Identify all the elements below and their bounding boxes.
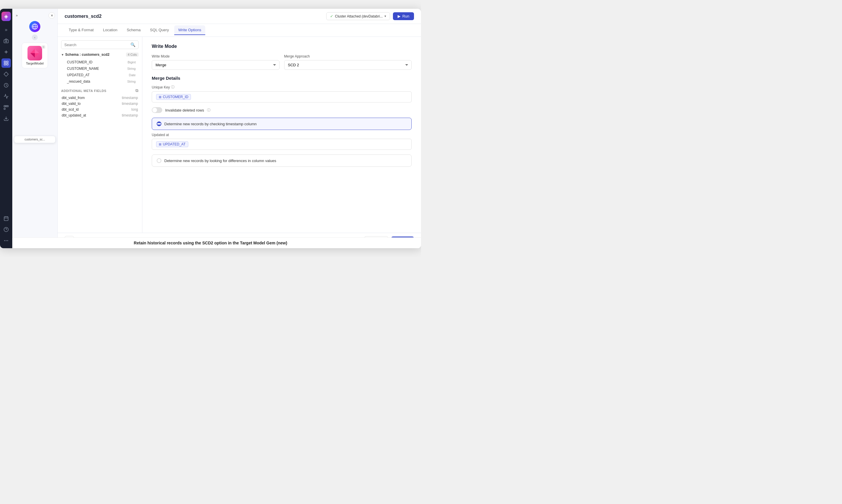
- radio-dot-timestamp: [157, 122, 161, 126]
- write-mode-heading: Write Mode: [152, 44, 412, 49]
- field-name-customer-name: CUSTOMER_NAME: [67, 67, 99, 71]
- meta-copy-icon[interactable]: ⧉: [135, 88, 139, 93]
- meta-field-dbt-valid-to: dbt_valid_to: [62, 102, 81, 106]
- tab-sql-query[interactable]: SQL Query: [146, 25, 173, 35]
- svg-rect-12: [7, 105, 8, 107]
- app-logo[interactable]: ◈: [1, 12, 11, 21]
- invalidate-info-icon[interactable]: ⓘ: [207, 108, 210, 113]
- run-button[interactable]: ▶ Run: [393, 12, 414, 20]
- sidebar-history-icon[interactable]: [1, 80, 11, 90]
- field-row: CUSTOMER_ID Bigint: [61, 59, 139, 66]
- merge-details-heading: Merge Details: [152, 76, 412, 80]
- updated-at-value: UPDATED_AT: [163, 142, 186, 146]
- cluster-button[interactable]: ✓ Cluster Attached (devDatabri... ▾: [326, 12, 390, 20]
- field-type-rescued-data: String: [127, 80, 136, 83]
- svg-marker-28: [30, 53, 35, 57]
- sidebar-help-icon[interactable]: [1, 225, 11, 234]
- field-type-customer-id: Bigint: [127, 60, 136, 64]
- svg-rect-0: [4, 40, 8, 43]
- tab-schema[interactable]: Schema: [122, 25, 145, 35]
- sidebar-download-icon[interactable]: [1, 114, 11, 123]
- search-box[interactable]: 🔍: [61, 40, 139, 49]
- merge-approach-group: Merge Approach SCD 2: [284, 54, 412, 70]
- body-split: 🔍 ▼ Schema : customers_scd2 4 Cols CUSTO…: [57, 37, 421, 233]
- field-type-updated-at: Date: [129, 73, 136, 77]
- gem-icon: [28, 46, 42, 60]
- schema-fields-list: CUSTOMER_ID Bigint CUSTOMER_NAME String …: [61, 59, 139, 85]
- cluster-check-icon: ✓: [330, 14, 333, 18]
- invalidate-toggle[interactable]: [152, 107, 162, 113]
- svg-rect-10: [4, 105, 5, 107]
- sidebar-calendar-icon[interactable]: [1, 214, 11, 223]
- unique-key-chip: ⊞ CUSTOMER_ID: [156, 94, 191, 100]
- logo-symbol: ◈: [4, 13, 8, 20]
- radio-label-timestamp: Determine new records by checking timest…: [164, 122, 257, 126]
- gem-label: TargetModel: [26, 61, 44, 65]
- sidebar-camera-icon[interactable]: [1, 36, 11, 46]
- search-input[interactable]: [64, 43, 131, 47]
- page-title: customers_scd2: [65, 14, 101, 19]
- options-panel: Write Mode Write Mode Merge Merge Approa…: [142, 37, 421, 233]
- sidebar-diamond-icon[interactable]: [1, 70, 11, 79]
- svg-rect-15: [4, 217, 8, 221]
- sidebar-add-icon[interactable]: [1, 47, 11, 57]
- unique-key-label: Unique Key ⓘ: [152, 85, 412, 90]
- radio-label-column-diff: Determine new records by looking for dif…: [164, 159, 276, 163]
- unique-key-field-box[interactable]: ⊞ CUSTOMER_ID: [152, 91, 412, 103]
- svg-point-21: [4, 240, 5, 241]
- write-mode-select[interactable]: Merge: [152, 60, 279, 70]
- svg-rect-13: [4, 108, 5, 109]
- radio-option-timestamp[interactable]: Determine new records by checking timest…: [152, 118, 412, 130]
- radio-option-column-diff[interactable]: Determine new records by looking for dif…: [152, 155, 412, 167]
- write-mode-label: Write Mode: [152, 54, 279, 58]
- nav-left-arrow[interactable]: ‹: [32, 34, 38, 40]
- svg-marker-8: [4, 72, 8, 76]
- gem-tooltip: customers_sc...: [14, 136, 55, 143]
- close-button[interactable]: ✕: [49, 12, 55, 19]
- tab-type-format[interactable]: Type & Format: [65, 25, 98, 35]
- field-row: UPDATED_AT Date: [61, 72, 139, 78]
- tab-write-options[interactable]: Write Options: [174, 25, 206, 35]
- collapse-button[interactable]: »: [15, 13, 19, 18]
- updated-at-label: Updated at: [152, 133, 412, 137]
- sidebar-pulse-icon[interactable]: [1, 92, 11, 101]
- sidebar-more-icon[interactable]: [1, 236, 11, 245]
- meta-field-dbt-scd-id: dbt_scd_id: [62, 107, 79, 111]
- cluster-chevron-icon: ▾: [384, 14, 386, 18]
- svg-point-23: [7, 240, 8, 241]
- meta-field-dbt-updated-at: dbt_updated_at: [62, 113, 86, 118]
- write-mode-group: Write Mode Merge: [152, 54, 279, 70]
- content-area: customers_scd2 ✓ Cluster Attached (devDa…: [57, 9, 421, 248]
- svg-marker-27: [35, 49, 39, 53]
- field-name-customer-id: CUSTOMER_ID: [67, 60, 92, 64]
- merge-approach-select[interactable]: SCD 2: [284, 60, 412, 70]
- write-mode-form-row: Write Mode Merge Merge Approach SCD 2: [152, 54, 412, 70]
- sidebar-expand-icon[interactable]: »: [1, 25, 11, 34]
- gem-card[interactable]: 0 TargetModel: [22, 43, 48, 68]
- top-bar: customers_scd2 ✓ Cluster Attached (devDa…: [57, 9, 421, 24]
- run-arrow-icon: ▶: [398, 14, 400, 18]
- meta-row: dbt_scd_id long: [61, 107, 139, 112]
- svg-rect-5: [7, 61, 8, 62]
- sidebar-grid-icon[interactable]: [1, 58, 11, 68]
- schema-name-label: ▼ Schema : customers_scd2: [61, 53, 109, 57]
- meta-row: dbt_updated_at timestamp: [61, 112, 139, 118]
- triangle-expand-icon: ▼: [61, 53, 64, 56]
- svg-rect-4: [4, 61, 5, 62]
- meta-field-dbt-valid-from: dbt_valid_from: [62, 96, 85, 100]
- meta-fields-list: dbt_valid_from timestamp dbt_valid_to ti…: [61, 95, 139, 118]
- tab-location[interactable]: Location: [99, 25, 121, 35]
- meta-row: dbt_valid_to timestamp: [61, 101, 139, 107]
- additional-meta-heading: ADDITIONAL META FIELDS ⧉: [61, 88, 139, 93]
- meta-type-dbt-scd-id: long: [131, 107, 138, 111]
- meta-type-dbt-valid-from: timestamp: [122, 96, 138, 100]
- unique-key-info-icon[interactable]: ⓘ: [171, 85, 174, 90]
- schema-count-badge: 4 Cols: [126, 53, 139, 57]
- svg-rect-6: [4, 64, 5, 65]
- meta-type-dbt-valid-to: timestamp: [122, 102, 138, 106]
- left-panel-nav: » ✕: [12, 12, 57, 21]
- gem-badge: 0: [41, 45, 45, 49]
- run-label: Run: [402, 14, 409, 18]
- sidebar-pipeline-icon[interactable]: [1, 103, 11, 112]
- updated-at-field-box[interactable]: ⊞ UPDATED_AT: [152, 139, 412, 150]
